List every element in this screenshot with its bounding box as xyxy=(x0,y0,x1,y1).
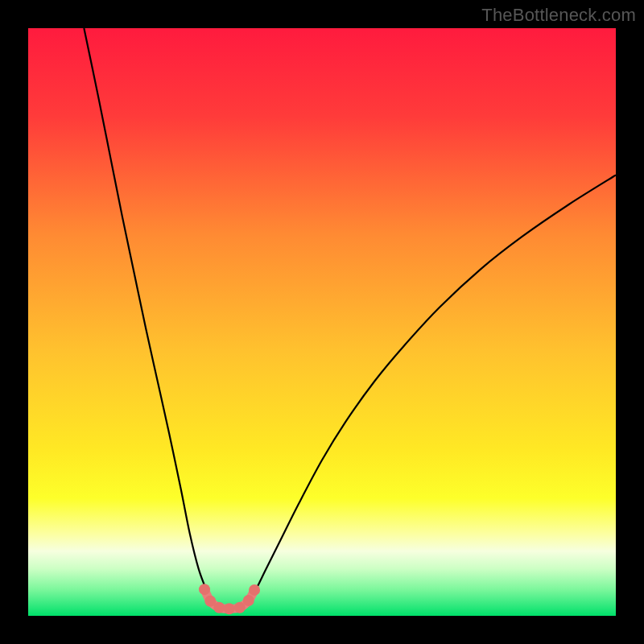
bottleneck-floor-dots xyxy=(243,595,254,606)
bottleneck-floor-dots xyxy=(249,584,260,596)
bottleneck-curve-left xyxy=(84,28,213,604)
plot-area xyxy=(28,28,616,616)
curve-layer xyxy=(28,28,616,616)
bottleneck-floor-dots xyxy=(213,602,225,613)
chart-root: TheBottleneck.com xyxy=(0,0,644,644)
bottleneck-floor-dots xyxy=(234,602,246,613)
bottleneck-curve-right xyxy=(246,175,616,605)
bottleneck-floor-dots xyxy=(199,584,210,595)
bottleneck-floor-dots xyxy=(224,603,235,614)
watermark-text: TheBottleneck.com xyxy=(481,5,636,26)
